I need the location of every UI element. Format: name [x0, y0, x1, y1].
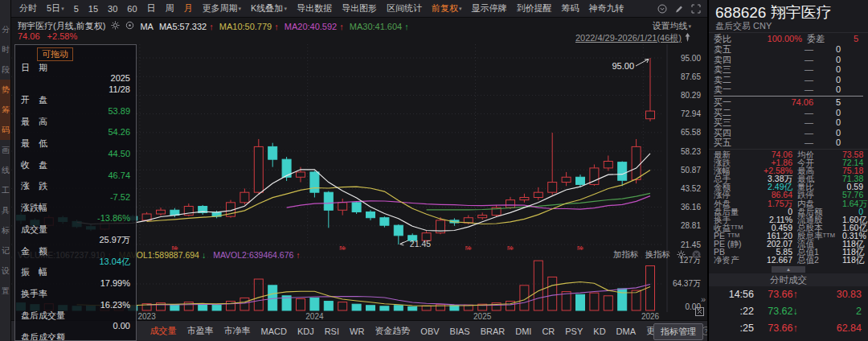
toolbar-item-月[interactable]: 月: [179, 2, 198, 14]
info-value: 53.89: [15, 106, 136, 117]
indicator-tab-DMI[interactable]: DMI: [510, 327, 537, 336]
left-strip-item-2[interactable]: 段: [0, 60, 11, 80]
close-icon[interactable]: [692, 250, 701, 261]
date-range-link[interactable]: 2022/4/29-2026/1/21(46根): [575, 32, 691, 44]
info-label: 最 高: [15, 117, 136, 127]
left-strip-item-12[interactable]: 设: [0, 261, 11, 281]
gear-icon[interactable]: [111, 21, 120, 31]
current-change: +2.58%: [47, 31, 78, 41]
info-value: 25.97万: [15, 235, 136, 245]
toolbar-item-30[interactable]: 30: [103, 4, 122, 14]
drag-handle-label[interactable]: 可拖动: [37, 47, 73, 61]
pin-icon[interactable]: [684, 33, 691, 43]
stock-code-title: 688626 翔宇医疗: [709, 0, 868, 19]
info-label: 涨 跌: [15, 181, 136, 191]
left-strip-item-8[interactable]: 工: [0, 180, 11, 200]
tick-list: 14:5673.66↑30.83:2273.62↓2:2573.66↑62.84…: [709, 286, 868, 341]
order-book-row-买二[interactable]: 买二—0: [709, 108, 868, 118]
order-book-row-买四[interactable]: 买四—0: [709, 128, 868, 138]
target-circle-icon[interactable]: [125, 21, 134, 31]
svg-text:80.29: 80.29: [681, 91, 701, 100]
double-chevron-right-icon[interactable]: »: [701, 294, 706, 304]
toolbar-item-导出图形[interactable]: 导出图形: [337, 2, 382, 14]
ma-legend-item: MA30:41.604 ↑: [350, 22, 409, 31]
toolbar-item-分时[interactable]: 分时: [14, 2, 42, 14]
indicator-tab-资金趋势[interactable]: 资金趋势: [370, 325, 416, 337]
order-book-row-卖四[interactable]: 卖四—0: [709, 55, 868, 65]
svg-text:95.00: 95.00: [612, 61, 634, 71]
order-book-row-买三[interactable]: 买三—0: [709, 117, 868, 128]
ma-settings-link[interactable]: 设置均线▾: [652, 20, 691, 32]
volume-legend-item: MAVOL2:639464.676 ↑: [213, 250, 300, 260]
pencil-icon[interactable]: [674, 4, 684, 14]
close-box-icon[interactable]: [695, 307, 704, 318]
toolbar-item-导出数据[interactable]: 导出数据: [292, 2, 337, 14]
indicator-tab-市盈率[interactable]: 市盈率: [182, 325, 219, 337]
indicator-tab-RSI[interactable]: RSI: [319, 327, 344, 336]
indicator-tab-KDJ[interactable]: KDJ: [292, 327, 319, 336]
left-strip-item-7[interactable]: 线: [0, 160, 11, 180]
bid-ask-divider: [714, 96, 863, 97]
x-axis-year-label: 2025: [473, 312, 491, 320]
left-strip-item-9[interactable]: 具: [0, 200, 11, 220]
order-book-row-卖三[interactable]: 卖三—0: [709, 64, 868, 75]
toolbar-item-区间统计[interactable]: 区间统计: [382, 2, 427, 14]
circle-chevron-down-icon[interactable]: [657, 4, 667, 14]
fullscreen-icon[interactable]: [691, 4, 701, 14]
ma-settings-label: 设置均线: [652, 21, 687, 31]
toolbar-item-日[interactable]: 日: [142, 2, 161, 14]
info-value: -13.86%: [15, 213, 136, 224]
order-book-row-卖五[interactable]: 卖五—0: [709, 44, 868, 55]
svg-text:72.94: 72.94: [681, 109, 701, 118]
indicator-tab-WR[interactable]: WR: [345, 327, 370, 336]
left-strip-item-0[interactable]: 分: [0, 19, 11, 39]
info-value: 17.99%: [15, 278, 136, 289]
info-label: 成交量: [15, 224, 136, 235]
info-value: 11/28: [15, 84, 136, 95]
svg-text:87.65: 87.65: [681, 72, 701, 81]
toolbar-item-显示停牌[interactable]: 显示停牌: [466, 2, 511, 14]
toolbar-item-15[interactable]: 15: [84, 4, 103, 14]
indicator-tab-CR[interactable]: CR: [537, 327, 560, 336]
indicator-tab-BRAR[interactable]: BRAR: [475, 327, 510, 336]
add-indicator-link[interactable]: 加指标: [613, 249, 639, 261]
indicator-tab-市净率[interactable]: 市净率: [219, 325, 256, 337]
collapse-handle[interactable]: ▲: [772, 266, 805, 273]
indicator-manager-button[interactable]: 指标管理: [653, 323, 703, 340]
order-book-row-买五[interactable]: 买五—0: [709, 138, 868, 148]
toolbar-item-5[interactable]: 5: [69, 4, 84, 14]
ohlc-info-box[interactable]: 可拖动 日 期202511/28开 盘53.89最 高54.26最 低44.50…: [14, 44, 137, 341]
order-book-row-买一[interactable]: 买一74.065: [709, 97, 868, 108]
left-strip-item-11[interactable]: 记: [0, 240, 11, 261]
indicator-tab-成交量[interactable]: 成交量: [145, 325, 182, 337]
left-strip-item-1[interactable]: 时: [0, 39, 11, 60]
indicator-tab-BIAS[interactable]: BIAS: [444, 327, 475, 336]
gear-icon[interactable]: [677, 250, 686, 261]
left-strip-item-13[interactable]: 置: [0, 281, 11, 301]
toolbar-item-筹码[interactable]: 筹码: [556, 2, 583, 14]
toolbar-item-5日[interactable]: 5日▾: [42, 2, 69, 14]
toolbar-item-更多周期[interactable]: 更多周期▾: [198, 2, 247, 14]
indicator-tab-PSY[interactable]: PSY: [560, 327, 588, 336]
indicator-tab-OBV[interactable]: OBV: [416, 327, 444, 336]
indicator-tab-KD[interactable]: KD: [588, 327, 611, 336]
toolbar-item-到价提醒[interactable]: 到价提醒: [511, 2, 556, 14]
toolbar-item-K线叠加[interactable]: K线叠加▾: [246, 2, 292, 14]
indicator-tab-MACD[interactable]: MACD: [256, 327, 292, 336]
left-strip-item-6[interactable]: 画: [0, 140, 11, 160]
left-strip-item-10[interactable]: 标: [0, 220, 11, 240]
swap-indicator-link[interactable]: 换指标: [645, 249, 671, 261]
toolbar-item-60[interactable]: 60: [122, 4, 141, 14]
info-label: 盘后成交额: [15, 332, 136, 341]
order-book-row-卖二[interactable]: 卖二—0: [709, 75, 868, 85]
order-book-row-卖一[interactable]: 卖一—0: [709, 84, 868, 95]
left-strip-item-4[interactable]: 筹: [0, 100, 11, 120]
toolbar-item-神奇九转[interactable]: 神奇九转: [583, 2, 628, 14]
info-value: 16.23%: [15, 300, 136, 310]
left-strip-item-5[interactable]: 码: [0, 120, 11, 140]
left-strip-item-3[interactable]: 势: [0, 80, 11, 100]
toolbar-item-前复权[interactable]: 前复权▾: [427, 2, 467, 14]
indicator-tab-DMA[interactable]: DMA: [611, 327, 641, 336]
toolbar-item-周[interactable]: 周: [161, 2, 179, 14]
svg-text:58.23: 58.23: [681, 147, 701, 156]
